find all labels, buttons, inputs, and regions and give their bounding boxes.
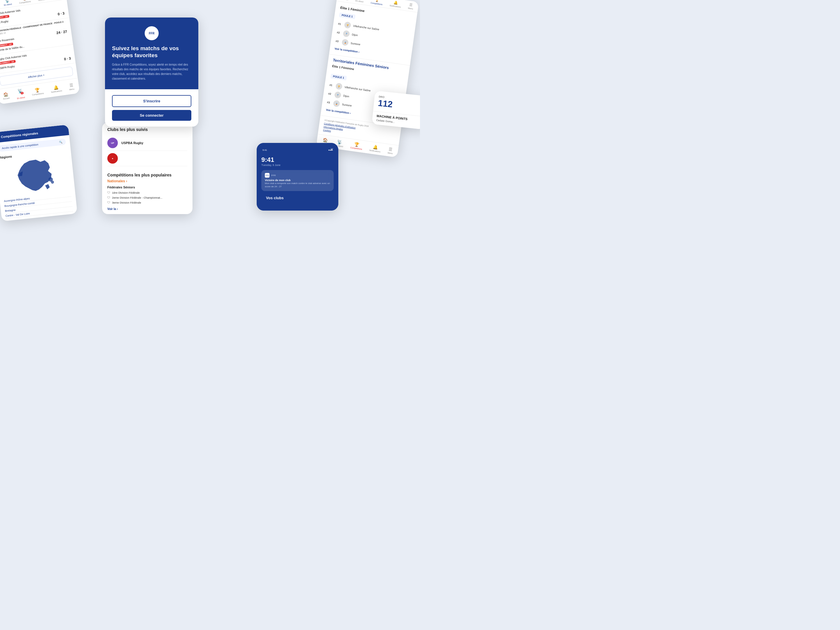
poule-badge: POULE 1: [339, 13, 355, 19]
login-button[interactable]: Se connecter: [112, 110, 191, 121]
notif-app-name: FFR: [271, 174, 276, 177]
card-competitions-popular: Clubs les plus suivis UP USPBA Rugby ● C…: [102, 123, 193, 214]
competitions-main-title: Compétitions les plus populaires: [107, 173, 187, 177]
comp-item-3[interactable]: 🛡 3eme Division Fédérale: [107, 200, 187, 205]
home-icon-bottom: 🏠: [3, 92, 8, 97]
onboard-header: FFR Suivez les matchs de vos équipes fav…: [105, 17, 198, 89]
onboard-description: Grâce à FFR Compétitions, soyez alerté e…: [112, 62, 191, 81]
trophy-icon-cl-bottom: 🏆: [354, 142, 360, 147]
phone-date: Tuesday, 9 June: [261, 164, 334, 167]
card-classement: 🏠 Accueil 📡 En direct 🏆 Compétitions 🔔 N…: [316, 0, 419, 158]
card-onboarding: FFR Suivez les matchs de vos équipes fav…: [105, 17, 198, 126]
nationales-link[interactable]: Nationales ›: [107, 179, 187, 183]
shield-icon-2: 🛡: [107, 196, 110, 199]
cl-bottom-comp[interactable]: 🏆 Compétitions: [350, 141, 363, 150]
club-name-1: USPBA Rugby: [122, 141, 143, 145]
nav-notifications-top[interactable]: 🔔 Notifications: [37, 0, 49, 2]
rank-logo-3: 🥉: [341, 39, 349, 46]
cl-bottom-notif[interactable]: 🔔 Notifications: [369, 144, 381, 153]
cl-bottom-menu[interactable]: ☰ Menu: [388, 147, 394, 154]
notif-body: Mon club a remporté son match contre le …: [265, 182, 330, 188]
rank-logo-6: 🥉: [333, 100, 340, 107]
phone-status-bar: 9:41 ●●●: [261, 149, 334, 152]
region-list: Auvergne-rhône-alpes Bourgogne-franche-c…: [0, 191, 77, 221]
clubs-section: Clubs les plus suivis UP USPBA Rugby ●: [102, 123, 193, 169]
cl-nav-menu[interactable]: ☰ Menu: [408, 2, 414, 9]
notif-header: FFR FFR: [265, 173, 330, 178]
nav-competitions-bottom[interactable]: 🏆 Compétitions: [31, 87, 44, 96]
rank-logo-4: 🏆: [335, 82, 343, 90]
club-row-1[interactable]: UP USPBA Rugby: [107, 135, 187, 151]
nav-accueil-bottom[interactable]: 🏠 Accueil: [2, 92, 9, 100]
notif-app-icon: FFR: [265, 173, 270, 178]
france-map-svg: [9, 155, 62, 196]
onboard-title: Suivez les matchs de vos équipes favorit…: [112, 45, 191, 59]
federales-title: Fédérales Séniors: [107, 185, 187, 189]
nav-competitions-top[interactable]: 🏆 Compétitions: [18, 0, 31, 4]
menu-icon-cl: ☰: [409, 3, 413, 7]
club-logo-2: ●: [107, 153, 118, 164]
phone-blue-content: Vos clubs: [261, 191, 334, 205]
cl-nav-comp[interactable]: 🏆 Compétitions: [370, 0, 383, 6]
cl-nav-direct[interactable]: 📡 En direct: [355, 0, 364, 3]
notif-title: Victoire de mon club: [265, 179, 330, 182]
nav-en-direct[interactable]: 📡 En direct: [3, 0, 12, 6]
rank-logo-1: 🏆: [344, 21, 351, 28]
card-regional-competitions: ‹ Compétitions régionales Accès rapide à…: [0, 125, 77, 221]
bell-icon-cl: 🔔: [393, 0, 398, 5]
competitions-section: Compétitions les plus populaires Nationa…: [102, 169, 193, 214]
bell-icon-cl-bottom: 🔔: [373, 144, 378, 150]
notification-card: FFR FFR Victoire de mon club Mon club a …: [261, 170, 334, 191]
phone-clubs-title: Vos clubs: [266, 196, 329, 200]
bell-icon-bottom: 🔔: [54, 85, 59, 90]
menu-icon-cl-bottom: ☰: [388, 147, 393, 152]
nav-endirect-bottom[interactable]: 📡 8 En direct: [16, 88, 25, 99]
card-stats: DRO 112 MACHINE À POINTS Cedate Goma...: [372, 91, 420, 129]
comp-item-1[interactable]: 🛡 1ère Division Fédérale: [107, 190, 187, 195]
clubs-title: Clubs les plus suivis: [107, 127, 187, 132]
live-icon-cl-bottom: 📡: [337, 139, 343, 145]
card-phone-notification: 9:41 ●●● 9:41 Tuesday, 9 June FFR FFR Vi…: [257, 143, 338, 211]
ffr-logo: FFR: [112, 26, 191, 40]
close-icon[interactable]: ✕: [330, 147, 334, 152]
hamburger-icon-bottom: ☰: [69, 83, 74, 88]
cl-nav-accueil[interactable]: 🏠 Accueil: [341, 0, 349, 1]
live-icon: 📡: [5, 0, 10, 3]
shield-icon-1: 🛡: [107, 191, 110, 194]
rank-logo-2: 🥈: [343, 30, 350, 37]
shield-icon-3: 🛡: [107, 201, 110, 204]
comp-item-2[interactable]: 🛡 2eme Division Fédérale - Championnat..…: [107, 195, 187, 200]
ffr-emblem: FFR: [145, 26, 159, 40]
register-button[interactable]: S'inscrire: [112, 95, 191, 107]
phone-time: 9:41: [261, 156, 334, 164]
trophy-icon-cl: 🏆: [374, 0, 379, 2]
onboard-actions: S'inscrire Se connecter: [105, 89, 198, 126]
search-icon-regional: 🔍: [59, 141, 62, 144]
rank-logo-5: 🥈: [334, 91, 341, 99]
club-logo-1: UP: [107, 138, 118, 148]
cl-nav-notif[interactable]: 🔔 Notifications: [390, 0, 402, 8]
trophy-icon-bottom: 🏆: [35, 87, 40, 93]
home-icon-cl-bottom: 🏠: [322, 137, 328, 143]
club-row-2[interactable]: ●: [107, 151, 187, 166]
card-live-matches: 🏠 Accueil 📡 En direct 🏆 Compétitions 🔔 N…: [0, 0, 80, 104]
nav-notif-bottom[interactable]: 🔔 Notifications: [50, 84, 62, 93]
phone-mockup: 9:41 ●●● 9:41 Tuesday, 9 June FFR FFR Vi…: [257, 143, 338, 211]
nav-menu-bottom[interactable]: ☰ Menu: [68, 82, 75, 90]
voir-la-link[interactable]: Voir la ›: [107, 207, 187, 211]
poule-badge-2: POULE 1: [330, 74, 347, 81]
